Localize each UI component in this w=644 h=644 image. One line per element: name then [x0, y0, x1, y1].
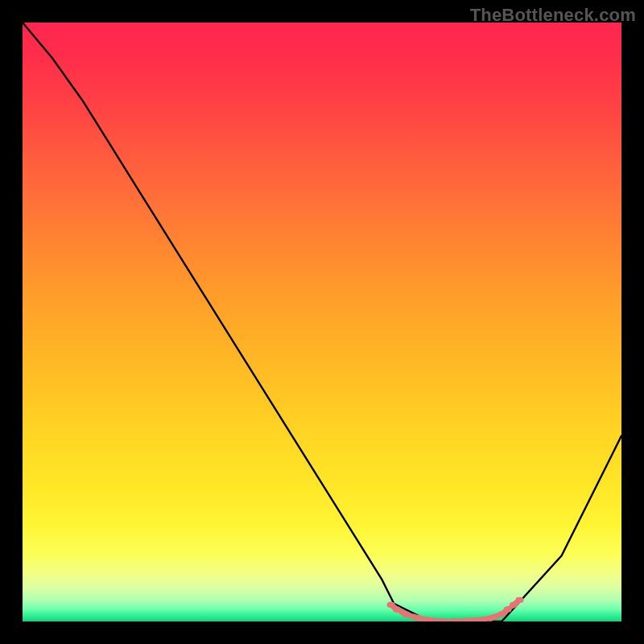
svg-rect-0: [387, 602, 395, 608]
svg-rect-4: [426, 617, 434, 621]
svg-rect-1: [393, 607, 401, 613]
plot-area: [23, 23, 621, 621]
svg-rect-7: [462, 618, 470, 621]
svg-rect-2: [402, 612, 410, 617]
svg-rect-11: [504, 607, 512, 613]
svg-rect-3: [414, 615, 422, 621]
svg-rect-13: [516, 597, 524, 603]
svg-rect-10: [497, 612, 506, 617]
svg-rect-9: [485, 616, 493, 621]
chart-svg: [23, 23, 621, 621]
svg-rect-8: [473, 617, 481, 621]
chart-container: TheBottleneck.com: [0, 0, 644, 644]
curve-black: [23, 23, 621, 621]
watermark-label: TheBottleneck.com: [470, 5, 636, 26]
svg-rect-12: [510, 602, 518, 608]
